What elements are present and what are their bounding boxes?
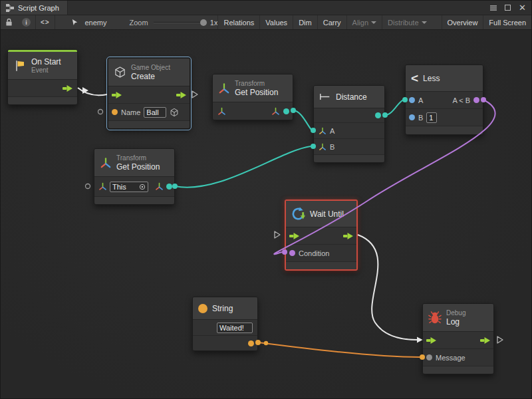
node-title: Log: [446, 317, 466, 327]
zoom-slider[interactable]: [154, 18, 205, 27]
node-get-position-1[interactable]: Transform Get Position: [212, 74, 293, 120]
transform-port-icon[interactable]: [98, 182, 107, 191]
position-out-port[interactable]: [283, 108, 289, 114]
graph-canvas[interactable]: On Start Event Game Object Create Name: [1, 30, 531, 398]
node-title: Distance: [336, 92, 367, 102]
string-out-port[interactable]: [248, 340, 254, 346]
code-icon[interactable]: <>: [36, 15, 55, 29]
condition-label: Condition: [299, 249, 329, 257]
toolbar-button-relations[interactable]: Relations: [217, 15, 259, 29]
toolbar-button-fullscreen[interactable]: Full Screen: [483, 15, 531, 29]
wire-string-to-message[interactable]: [258, 342, 420, 357]
flag-icon: [13, 59, 27, 72]
target-value: This: [112, 183, 126, 191]
node-create[interactable]: Game Object Create Name: [108, 58, 190, 129]
wire-getpos2-to-distance-b[interactable]: [175, 146, 311, 188]
unconnected-flow-out-icon[interactable]: [192, 91, 198, 98]
unconnected-target-port-icon[interactable]: [86, 184, 90, 189]
wire-getpos1-to-distance-a[interactable]: [293, 110, 312, 130]
node-distance[interactable]: Distance A B: [313, 85, 385, 163]
toolbar-button-carry[interactable]: Carry: [317, 15, 346, 29]
node-wait-until[interactable]: Wait Until Condition: [285, 200, 358, 271]
name-value-field[interactable]: [144, 107, 166, 118]
close-icon[interactable]: ✕: [519, 5, 526, 11]
zoom-slider-handle[interactable]: [200, 19, 207, 26]
graph-toolbar: i <> enemy Zoom 1x Relations Values Dim …: [1, 15, 531, 30]
input-a-label: A: [330, 127, 334, 135]
flow-in-port[interactable]: [289, 233, 299, 239]
title-bar: Script Graph ✕: [1, 1, 531, 15]
script-graph-icon: [6, 4, 14, 12]
vector-port-icon: [319, 127, 327, 135]
input-a-label: A: [418, 96, 423, 104]
zoom-label: Zoom: [130, 19, 148, 27]
flow-in-port[interactable]: [112, 92, 122, 98]
object-picker-icon[interactable]: [139, 184, 146, 190]
vector-port-icon: [319, 143, 327, 151]
graph-pointer-icon: [66, 15, 83, 29]
wire-start-to-create[interactable]: [78, 88, 107, 95]
toolbar-button-values[interactable]: Values: [259, 15, 293, 29]
dropdown-caret-icon: [371, 21, 376, 24]
unconnected-flow-in-icon[interactable]: [275, 231, 280, 238]
node-less[interactable]: < Less A A < B B: [405, 65, 483, 135]
node-title: Get Position: [235, 88, 278, 97]
dropdown-caret-icon: [422, 21, 427, 24]
string-value-field[interactable]: [217, 323, 253, 333]
node-category: Transform: [235, 80, 278, 88]
node-title: On Start: [31, 57, 61, 66]
transform-port-icon[interactable]: [217, 107, 226, 116]
flow-out-port[interactable]: [480, 337, 490, 344]
toolbar-button-distribute[interactable]: Distribute: [382, 15, 432, 29]
vector-port-icon: [271, 107, 280, 116]
input-b-label: B: [330, 143, 334, 151]
tab-script-graph[interactable]: Script Graph: [1, 1, 68, 15]
node-debug-log[interactable]: Debug Log Message: [422, 303, 494, 374]
less-icon: <: [411, 72, 418, 84]
toolbar-button-overview[interactable]: Overview: [442, 15, 483, 29]
zoom-value: 1x: [210, 19, 218, 27]
port-label: Name: [121, 108, 140, 116]
bug-icon: [428, 311, 442, 325]
node-get-position-2[interactable]: Transform Get Position This: [94, 148, 175, 205]
input-b-label: B: [418, 114, 423, 122]
menu-icon[interactable]: [490, 5, 497, 11]
node-string[interactable]: String: [192, 297, 258, 351]
input-b-value-field[interactable]: [426, 112, 437, 123]
input-b-port[interactable]: [409, 114, 415, 120]
node-category: Debug: [446, 309, 466, 317]
toolbar-button-align[interactable]: Align: [346, 15, 382, 29]
node-on-start[interactable]: On Start Event: [7, 49, 78, 105]
target-field[interactable]: This: [110, 182, 148, 192]
distance-out-port[interactable]: [375, 112, 381, 118]
node-title: Get Position: [116, 162, 160, 172]
condition-port[interactable]: [289, 250, 295, 256]
name-port[interactable]: [112, 109, 118, 115]
toolbar-button-dim[interactable]: Dim: [293, 15, 317, 29]
result-out-port[interactable]: [473, 97, 479, 103]
output-label: A < B: [452, 96, 470, 104]
inspect-icon[interactable]: i: [17, 15, 35, 29]
node-title: String: [212, 304, 233, 313]
wire-wait-to-log[interactable]: [358, 235, 417, 340]
flow-in-port[interactable]: [426, 337, 436, 344]
maximize-icon[interactable]: [505, 5, 511, 11]
distance-icon: [319, 92, 331, 101]
input-a-port[interactable]: [409, 97, 415, 103]
node-category: Transform: [116, 154, 160, 162]
unconnected-name-port-icon[interactable]: [98, 110, 103, 114]
flow-out-port[interactable]: [343, 233, 353, 239]
message-port[interactable]: [426, 354, 432, 360]
lock-icon[interactable]: [1, 15, 17, 29]
flow-out-port[interactable]: [176, 92, 186, 98]
position-out-port[interactable]: [166, 184, 172, 190]
unconnected-flow-out-icon[interactable]: [497, 336, 503, 343]
node-category: Game Object: [131, 64, 170, 72]
wire-distance-to-less[interactable]: [385, 100, 404, 115]
gameobject-icon: [170, 108, 179, 117]
node-title: Create: [131, 72, 170, 81]
flow-out-port[interactable]: [63, 85, 72, 92]
wait-icon: [291, 207, 305, 221]
transform-icon: [218, 82, 230, 94]
node-subtitle: Event: [31, 66, 61, 74]
